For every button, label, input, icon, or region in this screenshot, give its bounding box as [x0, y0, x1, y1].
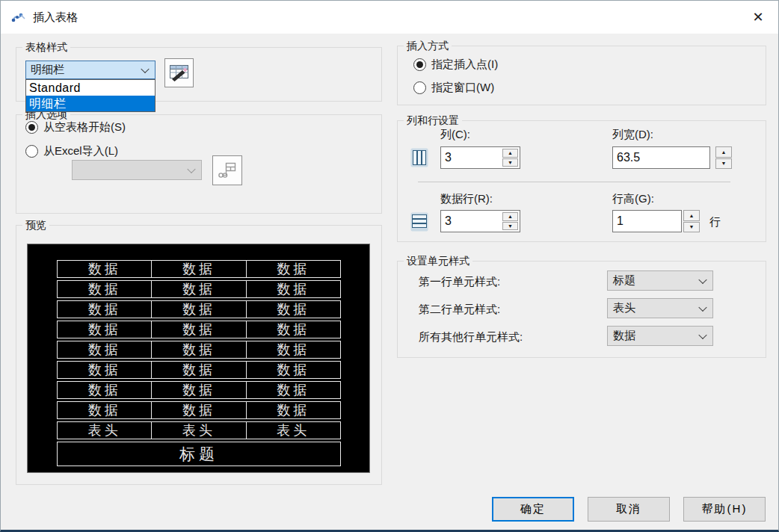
cell-style-combobox[interactable]: 表头 [607, 298, 713, 318]
preview-cell: 数据 [246, 301, 340, 318]
columns-field[interactable]: ▲ ▼ [440, 146, 520, 169]
preview-row: 数据数据数据 [57, 401, 341, 419]
radio-insert-point-label: 指定插入点(I) [431, 58, 498, 72]
spin-down-icon[interactable]: ▼ [715, 158, 732, 170]
spin-up-icon[interactable]: ▲ [502, 149, 518, 158]
cell-style-row-label: 第一行单元样式: [419, 275, 500, 289]
help-button[interactable]: 帮助(H) [683, 497, 766, 522]
row-height-input[interactable] [613, 211, 681, 232]
preview-cell: 数据 [58, 341, 151, 358]
preview-cell: 数据 [58, 362, 151, 378]
cancel-button[interactable]: 取消 [588, 497, 670, 522]
radio-start-empty-label: 从空表格开始(S) [43, 120, 126, 134]
preview-row: 数据数据数据 [57, 300, 341, 318]
chevron-down-icon [698, 303, 706, 311]
style-dropdown-item[interactable]: Standard [26, 80, 155, 96]
data-rows-field[interactable]: ▲ ▼ [440, 210, 520, 232]
radio-selected-icon [413, 58, 426, 71]
insert-mode-group-label: 插入方式 [404, 40, 452, 53]
preview-cell: 数据 [246, 362, 340, 378]
columns-rows-group-label: 列和行设置 [404, 114, 462, 128]
app-logo-icon [10, 9, 27, 25]
radio-insert-window[interactable]: 指定窗口(W) [413, 81, 494, 95]
columns-spinner[interactable]: ▲ ▼ [502, 149, 518, 167]
preview-cell: 数据 [246, 321, 340, 338]
preview-row: 数据数据数据 [57, 260, 341, 278]
spin-up-icon[interactable]: ▲ [715, 146, 732, 158]
spin-down-icon[interactable]: ▼ [502, 158, 518, 167]
table-style-dropdown-list: Standard明细栏 [25, 79, 156, 112]
column-width-spinner[interactable]: ▲ ▼ [715, 146, 732, 169]
data-link-button[interactable] [212, 155, 242, 185]
radio-from-excel-label: 从Excel导入(L) [43, 144, 118, 158]
chevron-down-icon [698, 275, 706, 283]
cell-style-row-label: 所有其他行单元样式: [419, 330, 523, 344]
row-height-field[interactable] [612, 210, 682, 232]
preview-cell: 表头 [246, 422, 340, 439]
cell-style-combobox-value: 数据 [613, 327, 635, 345]
preview-group-label: 预览 [22, 219, 49, 232]
preview-cell: 数据 [246, 382, 340, 398]
column-width-field[interactable] [612, 146, 710, 169]
spin-down-icon[interactable]: ▼ [502, 222, 518, 231]
radio-unselected-icon [413, 81, 426, 94]
cell-styles-group: 设置单元样式 第一行单元样式:标题第二行单元样式:表头所有其他行单元样式:数据 [397, 261, 766, 358]
preview-canvas: 数据数据数据数据数据数据数据数据数据数据数据数据数据数据数据数据数据数据数据数据… [27, 244, 370, 473]
row-height-unit: 行 [709, 215, 721, 229]
preview-cell: 数据 [58, 261, 151, 277]
radio-from-excel[interactable]: 从Excel导入(L) [25, 144, 118, 158]
preview-row: 数据数据数据 [57, 341, 341, 359]
style-dropdown-item[interactable]: 明细栏 [26, 96, 155, 111]
data-rows-spinner[interactable]: ▲ ▼ [502, 212, 518, 230]
cell-style-combobox-value: 标题 [613, 271, 635, 290]
row-height-label: 行高(G): [612, 192, 654, 206]
preview-cell: 数据 [151, 261, 245, 277]
radio-insert-point[interactable]: 指定插入点(I) [413, 58, 498, 72]
radio-insert-window-label: 指定窗口(W) [431, 81, 494, 95]
radio-unselected-icon [25, 145, 38, 158]
preview-cell: 数据 [246, 402, 340, 418]
preview-cell: 表头 [151, 422, 245, 439]
spin-up-icon[interactable]: ▲ [502, 212, 518, 221]
edit-table-style-button[interactable] [164, 58, 194, 87]
column-width-label: 列宽(D): [612, 128, 653, 142]
spin-down-icon[interactable]: ▼ [683, 222, 700, 233]
preview-cell: 数据 [151, 362, 245, 378]
cell-styles-group-label: 设置单元样式 [404, 255, 472, 268]
preview-cell: 数据 [151, 301, 245, 318]
columns-icon [410, 147, 428, 168]
row-height-spinner[interactable]: ▲ ▼ [683, 210, 700, 232]
preview-row: 表头表头表头 [57, 421, 341, 439]
radio-selected-icon [25, 121, 38, 134]
close-icon[interactable]: ✕ [744, 5, 772, 29]
preview-title-cell: 标题 [57, 442, 341, 466]
preview-cell: 数据 [151, 321, 245, 338]
preview-row: 数据数据数据 [57, 280, 341, 298]
column-width-input[interactable] [613, 147, 709, 168]
preview-cell: 数据 [246, 261, 340, 277]
chevron-down-icon [141, 64, 149, 72]
cell-style-combobox[interactable]: 标题 [607, 270, 713, 291]
preview-cell: 数据 [246, 281, 340, 297]
ok-button[interactable]: 确定 [492, 497, 574, 522]
preview-cell: 数据 [246, 341, 340, 358]
cell-style-combobox[interactable]: 数据 [607, 326, 713, 346]
table-style-combobox[interactable]: 明细栏 [25, 61, 156, 79]
excel-source-combobox [72, 160, 202, 180]
columns-rows-separator [418, 182, 730, 182]
cell-style-combobox-value: 表头 [613, 299, 635, 318]
radio-start-empty[interactable]: 从空表格开始(S) [25, 120, 126, 134]
preview-cell: 数据 [58, 382, 151, 398]
preview-cell: 数据 [58, 321, 151, 338]
spin-up-icon[interactable]: ▲ [683, 210, 700, 221]
columns-label: 列(C): [440, 128, 470, 142]
table-edit-icon [169, 64, 190, 83]
title-bar: 插入表格 ✕ [1, 1, 778, 34]
data-rows-label: 数据行(R): [440, 192, 493, 206]
table-link-icon [217, 160, 238, 181]
insert-table-dialog: 插入表格 ✕ 表格样式 明细栏 Standard明细栏 插入选项 从空表格开始(… [0, 0, 779, 532]
preview-cell: 数据 [58, 281, 151, 297]
preview-cell: 数据 [151, 341, 245, 358]
chevron-down-icon [187, 164, 195, 173]
preview-cell: 数据 [58, 402, 151, 418]
